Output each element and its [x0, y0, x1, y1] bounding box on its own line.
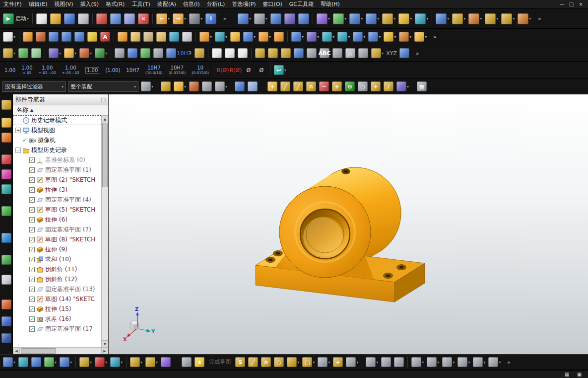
- overflow-chevron-icon[interactable]: »: [429, 31, 441, 42]
- tree-item[interactable]: ✓拉伸 (15): [13, 304, 101, 314]
- text-icon[interactable]: A: [99, 31, 111, 42]
- sweep-icon[interactable]: ▾: [336, 31, 351, 42]
- finish-sketch-button[interactable]: 完成草图: [206, 359, 233, 365]
- feature-checkbox[interactable]: ✓: [29, 267, 35, 272]
- hd3d-tools-icon[interactable]: [0, 169, 12, 180]
- tree-item[interactable]: ✓固定基准平面 (7): [13, 225, 101, 234]
- internet-icon[interactable]: [0, 232, 12, 243]
- assembly-tool-icon[interactable]: ▾: [414, 13, 429, 25]
- rapid-dimension-icon[interactable]: ▾: [365, 357, 379, 368]
- tree-item[interactable]: ✓草图 (8) "SKETCH: [13, 234, 101, 244]
- sphere-primitive-icon[interactable]: [86, 31, 98, 42]
- history-icon[interactable]: [0, 274, 12, 285]
- tree-item[interactable]: ✓草图 (5) "SKETCH: [13, 205, 101, 215]
- snap-circle-icon[interactable]: ○: [357, 81, 369, 92]
- studio-surface-icon[interactable]: ▾: [383, 31, 397, 42]
- point-constructor-icon[interactable]: [254, 48, 266, 59]
- ruled-icon[interactable]: ▾: [367, 31, 382, 42]
- scroll-thumb[interactable]: [102, 123, 108, 187]
- knife-tool-icon[interactable]: ▾: [467, 13, 483, 25]
- feature-checkbox[interactable]: ✓: [29, 287, 35, 292]
- pillow-block-model[interactable]: [256, 167, 425, 302]
- status-grid-icon[interactable]: ▦: [563, 371, 571, 378]
- show-constraints-icon[interactable]: ▾: [410, 357, 425, 368]
- delete-icon[interactable]: ×: [137, 13, 150, 25]
- dim-style-symmetric[interactable]: 1.00±.05: [19, 65, 35, 75]
- horizontal-scrollbar[interactable]: ◀ ▶: [13, 347, 108, 354]
- make-symmetric-icon[interactable]: [393, 357, 405, 368]
- hole-icon[interactable]: [117, 31, 129, 42]
- cone-icon[interactable]: [73, 31, 85, 42]
- dim-style-fit[interactable]: 10H7: [124, 68, 142, 73]
- tree-expander[interactable]: +: [15, 128, 21, 133]
- graphics-viewport[interactable]: Z Y X: [109, 94, 588, 354]
- offset-surface-icon[interactable]: ▾: [321, 31, 335, 42]
- revolve-icon[interactable]: [35, 31, 47, 42]
- interpart-link-icon[interactable]: ▾: [144, 357, 159, 368]
- library-icon[interactable]: ▾: [435, 13, 450, 25]
- boundary-icon[interactable]: [165, 48, 177, 59]
- vector-constructor-icon[interactable]: [280, 48, 292, 59]
- status-screen-icon[interactable]: ▣: [575, 371, 584, 378]
- assembly-constraints-icon[interactable]: ▾: [94, 357, 108, 368]
- fillet-sketch-icon[interactable]: ▾: [286, 357, 300, 368]
- layer-settings-icon[interactable]: [17, 48, 29, 59]
- menu-信息(I)[interactable]: 信息(I): [180, 0, 203, 8]
- snap-slash-icon[interactable]: /: [383, 81, 394, 92]
- snap-intersection-icon[interactable]: +: [331, 81, 343, 92]
- system-materials-icon[interactable]: [0, 299, 12, 310]
- angle-icon[interactable]: [194, 48, 205, 59]
- feature-checkbox[interactable]: ✓: [29, 297, 35, 302]
- shaded-cube-icon[interactable]: [234, 81, 246, 92]
- minimize-button[interactable]: —: [557, 1, 567, 7]
- new-file-icon[interactable]: [35, 13, 48, 25]
- abc-icon[interactable]: ABC: [319, 48, 330, 59]
- scroll-thumb[interactable]: [21, 348, 56, 354]
- menu-插入(S)[interactable]: 插入(S): [77, 0, 103, 8]
- rib-icon[interactable]: [168, 31, 180, 42]
- copy-icon[interactable]: [109, 13, 122, 25]
- sketch-star-icon[interactable]: ★: [194, 357, 205, 368]
- feature-checkbox[interactable]: ✓: [29, 306, 35, 312]
- csys-constructor-icon[interactable]: [267, 48, 279, 59]
- measure-icon[interactable]: ▾: [451, 13, 466, 25]
- scroll-right-arrow[interactable]: ▶: [101, 348, 108, 354]
- feature-checkbox[interactable]: ✓: [29, 257, 35, 262]
- diameter-display-icon[interactable]: Ø: [243, 65, 255, 76]
- feature-checkbox[interactable]: ✓: [29, 326, 35, 332]
- feature-checkbox[interactable]: ✓: [29, 187, 35, 193]
- menu-装配(A)[interactable]: 装配(A): [154, 0, 180, 8]
- project-curve-icon[interactable]: ▾: [487, 357, 502, 368]
- tree-item[interactable]: ✓拉伸 (3): [13, 185, 101, 195]
- tree-item[interactable]: ✓固定基准平面 (4): [13, 195, 101, 205]
- tree-item[interactable]: +模型视图: [13, 125, 101, 135]
- shell-icon[interactable]: [229, 31, 241, 42]
- navigator-column-header[interactable]: 名称 ▲: [13, 105, 108, 115]
- menu-首选项(P)[interactable]: 首选项(P): [228, 0, 259, 8]
- pattern-feature-icon[interactable]: ▾: [348, 13, 364, 25]
- tree-item[interactable]: ✓倒斜角 (12): [13, 274, 101, 284]
- paste-icon[interactable]: [123, 13, 136, 25]
- profile-icon[interactable]: S: [234, 357, 246, 368]
- move-face-icon[interactable]: ▾: [316, 13, 331, 25]
- tree-item[interactable]: ✓摄像机: [13, 135, 101, 145]
- snap-point-enable-icon[interactable]: +: [266, 81, 278, 92]
- scroll-track[interactable]: [20, 348, 101, 354]
- radius-display-icon[interactable]: R(Ø): [217, 65, 229, 76]
- transparent-cube-icon[interactable]: [247, 81, 259, 92]
- sketch-view-icon[interactable]: [181, 357, 193, 368]
- feature-checkbox[interactable]: ✓: [29, 177, 35, 183]
- overflow-chevron-icon[interactable]: »: [218, 13, 231, 25]
- xyz-icon[interactable]: XYZ: [386, 48, 397, 59]
- dim-style-fit-nominal[interactable]: 10H7(10.0/10): [143, 65, 165, 75]
- wireframe-view-icon[interactable]: [297, 13, 310, 25]
- trim-body-icon[interactable]: ▾: [214, 31, 228, 42]
- scroll-track[interactable]: [102, 122, 108, 340]
- grid-snap-icon[interactable]: ▦: [416, 81, 428, 92]
- mirror-feature-icon[interactable]: ▾: [306, 31, 320, 42]
- dim-style-limits[interactable]: 10(0.015/0): [189, 65, 211, 75]
- restore-button[interactable]: □: [567, 1, 576, 7]
- chamfer-tool-icon[interactable]: [273, 31, 285, 42]
- tree-item[interactable]: ✓固定基准平面 (17: [13, 324, 101, 334]
- tree-item[interactable]: ✓求和 (10): [13, 254, 101, 264]
